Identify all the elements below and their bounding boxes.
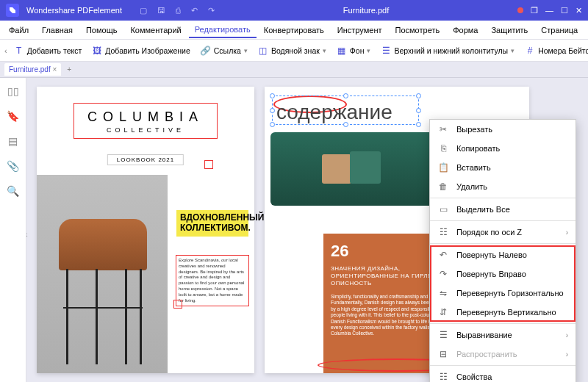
maximize-icon[interactable]: ☐	[561, 6, 568, 15]
selection-handle[interactable]	[343, 93, 348, 98]
save-icon[interactable]: 🖫	[157, 6, 165, 15]
ctx-cut[interactable]: ✂Вырезать	[430, 120, 576, 139]
text-icon: T	[14, 46, 24, 56]
menu-edit[interactable]: Редактировать	[189, 22, 257, 38]
background-button[interactable]: ▦Фон▾	[333, 43, 375, 58]
menu-view[interactable]: Посмотреть	[390, 23, 446, 37]
selection-handle[interactable]	[270, 93, 275, 98]
select-all-icon: ▭	[437, 204, 449, 215]
document-title: Furniture.pdf	[222, 6, 510, 15]
menu-comment[interactable]: Комментарий	[124, 23, 187, 37]
notification-dot[interactable]	[517, 7, 523, 13]
selection-handle[interactable]	[416, 122, 421, 127]
selection-handle[interactable]	[416, 108, 421, 113]
toolbar-prev-icon[interactable]: ‹	[4, 46, 7, 55]
chevron-down-icon: ▾	[244, 47, 248, 54]
lookbook-label: LOOKBOOK 2021	[107, 154, 184, 165]
canvas[interactable]: ‹ COLUMBIA COLLECTIVE LOOKBOOK 2021 ВДОХ…	[26, 78, 588, 382]
ctx-rotate-left[interactable]: ↶Повернуть Налево	[430, 245, 576, 264]
bookmark-icon[interactable]: 🔖	[7, 110, 19, 122]
menu-help[interactable]: Помощь	[80, 23, 123, 37]
window-restore-icon[interactable]: ❐	[531, 6, 538, 15]
ctx-flip-vertical[interactable]: ⇵Перевернуть Вертикально	[430, 303, 576, 322]
chevron-right-icon: ›	[566, 331, 568, 339]
app-logo	[6, 4, 19, 17]
selection-handle[interactable]	[416, 93, 421, 98]
page-1[interactable]: COLUMBIA COLLECTIVE LOOKBOOK 2021 ВДОХНО…	[37, 87, 254, 373]
sidebar-panel	[270, 212, 316, 366]
headline: ВДОХНОВЛЕННЫЙ КОЛЛЕКТИВОМ.	[176, 210, 248, 237]
titlebar: Wondershare PDFelement ▢ 🖫 ⎙ ↶ ↷ Furnitu…	[0, 0, 588, 21]
add-image-button[interactable]: 🖼Добавить Изображение	[88, 43, 193, 58]
distribute-icon: ⊟	[437, 349, 449, 359]
main-area: ▯▯ 🔖 ▤ 📎 🔍 ‹ COLUMBIA COLLECTIVE LOOKBOO…	[0, 78, 588, 382]
ctx-select-all[interactable]: ▭Выделить Все	[430, 200, 576, 219]
ctx-align[interactable]: ☰Выравнивание›	[430, 325, 576, 345]
ctx-paste[interactable]: 📋Вставить	[430, 158, 576, 177]
chevron-down-icon: ▾	[511, 47, 514, 54]
copy-icon: ⎘	[437, 143, 449, 154]
add-text-button[interactable]: TДобавить текст	[10, 43, 86, 58]
menu-page[interactable]: Страница	[535, 23, 584, 37]
open-icon[interactable]: ▢	[140, 6, 147, 15]
canvas-prev-icon[interactable]: ‹	[26, 230, 28, 239]
tab-close-icon[interactable]: ×	[52, 65, 57, 73]
document-tabs: Furniture.pdf × +	[0, 62, 588, 78]
chevron-right-icon: ›	[566, 228, 568, 237]
rotate-right-icon: ↷	[437, 269, 449, 279]
new-tab-button[interactable]: +	[67, 65, 71, 73]
undo-icon[interactable]: ↶	[191, 6, 198, 15]
link-button[interactable]: 🔗Ссылка▾	[197, 43, 251, 58]
menu-file[interactable]: Файл	[3, 23, 35, 37]
brand-name: COLUMBIA	[87, 109, 204, 125]
brand-logo-box: COLUMBIA COLLECTIVE	[74, 103, 218, 139]
delete-icon: 🗑	[437, 181, 449, 192]
brand-subtitle: COLLECTIVE	[87, 126, 204, 134]
ctx-delete[interactable]: 🗑Удалить	[430, 177, 576, 196]
ctx-flip-horizontal[interactable]: ⇋Перевернуть Горизонтально	[430, 284, 576, 303]
search-icon[interactable]: 🔍	[7, 185, 19, 197]
chevron-down-icon: ▾	[323, 47, 326, 54]
ctx-rotate-right[interactable]: ↷Повернуть Вправо	[430, 264, 576, 284]
menu-protect[interactable]: Защитить	[485, 23, 534, 37]
menu-tool[interactable]: Инструмент	[331, 23, 388, 37]
properties-icon: ☷	[437, 372, 449, 382]
image-icon: 🖼	[92, 46, 102, 56]
annotation-square	[173, 300, 182, 309]
thumbnails-icon[interactable]: ▯▯	[7, 85, 19, 97]
ctx-z-order[interactable]: ☷Порядок по оси Z›	[430, 223, 576, 242]
flip-v-icon: ⇵	[437, 307, 449, 317]
sidebar: ▯▯ 🔖 ▤ 📎 🔍	[0, 78, 26, 382]
chair-image	[37, 175, 168, 373]
bates-button[interactable]: #Номера Бейтса▾	[521, 43, 588, 58]
watermark-button[interactable]: ◫Водяной знак▾	[254, 43, 330, 58]
print-icon[interactable]: ⎙	[176, 6, 181, 15]
align-icon: ☰	[437, 330, 449, 340]
rotate-left-icon: ↶	[437, 250, 449, 260]
ctx-properties[interactable]: ☷Свойства	[430, 367, 576, 382]
bates-icon: #	[525, 46, 535, 56]
header-footer-button[interactable]: ☰Верхний и нижний колонтитулы▾	[377, 43, 518, 58]
layers-icon[interactable]: ▤	[8, 135, 18, 147]
chevron-right-icon: ›	[566, 350, 568, 358]
minimize-icon[interactable]: —	[545, 6, 553, 15]
menu-form[interactable]: Форма	[447, 23, 484, 37]
selected-heading[interactable]: содержание	[272, 98, 397, 126]
redo-icon[interactable]: ↷	[208, 6, 215, 15]
window-controls: ❐ — ☐ ✕	[517, 6, 582, 15]
link-icon: 🔗	[201, 46, 211, 56]
ctx-copy[interactable]: ⎘Копировать	[430, 139, 576, 158]
toolbar: ‹ TДобавить текст 🖼Добавить Изображение …	[0, 40, 588, 62]
document-tab[interactable]: Furniture.pdf ×	[4, 63, 61, 76]
background-icon: ▦	[337, 46, 347, 56]
close-icon[interactable]: ✕	[576, 6, 582, 15]
body-text: Explore Scandinavia, our local creatives…	[176, 256, 248, 306]
paste-icon: 📋	[437, 162, 449, 173]
menu-home[interactable]: Главная	[36, 23, 79, 37]
flip-h-icon: ⇋	[437, 288, 449, 298]
menu-convert[interactable]: Конвертировать	[258, 23, 330, 37]
quick-icons: ▢ 🖫 ⎙ ↶ ↷	[140, 6, 215, 15]
annotation-square	[204, 160, 213, 169]
attachment-icon[interactable]: 📎	[7, 160, 19, 172]
ctx-distribute[interactable]: ⊟Распространить›	[430, 345, 576, 364]
